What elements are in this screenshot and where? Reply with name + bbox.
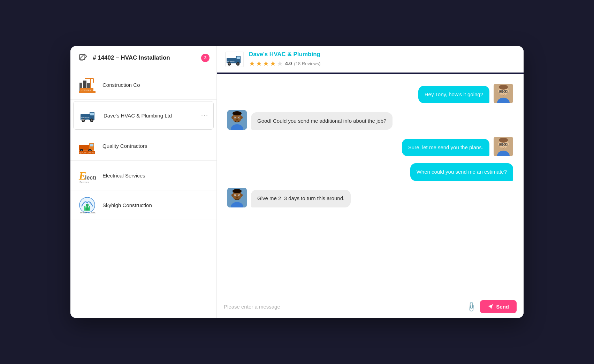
contractor-list: CONSTRUCTION CO Construction Co: [70, 70, 216, 318]
message-input[interactable]: [224, 304, 463, 310]
svg-point-55: [499, 85, 508, 90]
contractor-logo-hvac: PLUMBING BROTHERS: [78, 106, 98, 125]
svg-rect-24: [90, 144, 93, 146]
svg-point-72: [239, 117, 240, 118]
star-5: ★: [277, 59, 283, 68]
contractor-logo-electrical: E lectrical Services: [77, 166, 97, 185]
panel-title: # 14402 – HVAC Installation: [93, 54, 170, 61]
avatar-contractor-2: [227, 188, 247, 207]
right-panel: PLUMBING BROTHERS Dave's HVAC & Plumbing…: [217, 46, 524, 318]
rating-row: ★ ★ ★ ★ ★ 4.0 (18 Reviews): [249, 59, 320, 68]
contractor-name-electrical: Electrical Services: [102, 173, 145, 179]
svg-point-26: [81, 150, 82, 151]
svg-point-68: [241, 116, 243, 119]
send-label: Send: [496, 304, 509, 310]
star-1: ★: [249, 59, 255, 68]
svg-point-61: [500, 91, 502, 92]
avatar-contractor-1: [227, 110, 247, 130]
contractor-logo-skyhigh: SKYHIGH CLEANING: [77, 195, 97, 215]
attachment-icon[interactable]: 📎: [465, 301, 478, 313]
contractor-name-skyhigh: Skyhigh Construction: [102, 202, 152, 208]
star-rating: ★ ★ ★ ★ ★: [249, 59, 283, 68]
send-button[interactable]: Send: [480, 300, 517, 313]
svg-point-63: [503, 93, 504, 94]
chat-company-logo: PLUMBING BROTHERS: [225, 52, 244, 67]
svg-text:QUALITY CONTRACTORS: QUALITY CONTRACTORS: [79, 152, 96, 154]
svg-point-49: [237, 63, 239, 65]
message-row-5: Give me 2–3 days to turn this around.: [227, 188, 513, 207]
svg-point-89: [231, 194, 234, 197]
svg-point-83: [500, 144, 502, 145]
svg-text:PLUMBING: PLUMBING: [227, 61, 235, 62]
chat-header: PLUMBING BROTHERS Dave's HVAC & Plumbing…: [217, 46, 524, 74]
contractor-item-quality[interactable]: QUALITY CONTRACTORS Quality Contractors: [70, 131, 216, 161]
svg-point-93: [235, 195, 236, 196]
svg-point-85: [503, 146, 504, 147]
contractor-name-quality: Quality Contractors: [102, 143, 147, 149]
chat-company-info: Dave's HVAC & Plumbing ★ ★ ★ ★ ★ 4.0 (18…: [249, 51, 320, 68]
message-bubble-4: When could you send me an estimate?: [410, 163, 513, 181]
svg-point-62: [505, 91, 506, 92]
messages-area: Hey Tony, how's it going?: [217, 74, 524, 295]
svg-point-84: [505, 144, 506, 145]
message-bubble-1: Hey Tony, how's it going?: [418, 86, 489, 104]
message-row-2: Good! Could you send me additional info …: [227, 110, 513, 130]
svg-point-28: [89, 150, 91, 151]
svg-text:SKYHIGH CLEANING: SKYHIGH CLEANING: [80, 212, 96, 214]
avatar-user-1: [494, 84, 513, 103]
svg-rect-18: [90, 113, 94, 115]
notification-badge: 3: [201, 54, 210, 62]
contractor-logo-construction: CONSTRUCTION CO: [77, 75, 97, 94]
star-3: ★: [263, 59, 269, 68]
edit-icon: [77, 52, 89, 63]
contractor-logo-quality: QUALITY CONTRACTORS: [77, 136, 97, 156]
message-row-3: Sure, let me send you the plans.: [227, 137, 513, 156]
svg-point-66: [233, 111, 242, 115]
svg-point-74: [234, 120, 240, 122]
message-row-1: Hey Tony, how's it going?: [227, 84, 513, 103]
contractor-item-construction-co[interactable]: CONSTRUCTION CO Construction Co: [70, 70, 216, 100]
message-row-4: When could you send me an estimate?: [227, 163, 513, 181]
header-left: # 14402 – HVAC Installation: [77, 52, 170, 63]
svg-text:BROTHERS: BROTHERS: [227, 63, 235, 64]
more-options-button[interactable]: ···: [201, 112, 208, 119]
svg-text:lectrical: lectrical: [85, 175, 96, 181]
svg-point-90: [241, 194, 243, 197]
svg-rect-41: [88, 206, 89, 207]
star-2: ★: [256, 59, 262, 68]
reviews-count: (18 Reviews): [294, 61, 320, 66]
message-bubble-5: Give me 2–3 days to turn this around.: [251, 190, 351, 207]
star-4: ★: [270, 59, 276, 68]
panel-header: # 14402 – HVAC Installation 3: [70, 46, 216, 70]
svg-point-77: [499, 138, 508, 143]
contractor-name-hvac: Dave's HVAC & Plumbing Ltd: [104, 113, 172, 119]
contractor-item-daves-hvac[interactable]: PLUMBING BROTHERS Dave's HVAC & Plumbing…: [73, 101, 214, 130]
svg-point-88: [233, 189, 242, 193]
svg-point-94: [239, 195, 240, 196]
input-area: 📎 Send: [217, 295, 524, 318]
svg-text:CONSTRUCTION CO: CONSTRUCTION CO: [82, 89, 96, 91]
contractor-name-construction: Construction Co: [102, 82, 140, 88]
chat-company-name: Dave's HVAC & Plumbing: [249, 51, 320, 58]
contractor-item-skyhigh[interactable]: SKYHIGH CLEANING Skyhigh Construction: [70, 190, 216, 220]
svg-point-71: [235, 117, 236, 118]
svg-rect-40: [85, 206, 86, 207]
avatar-user-2: [494, 137, 513, 156]
left-panel: # 14402 – HVAC Installation 3: [70, 46, 217, 318]
svg-point-67: [231, 116, 234, 119]
contractor-item-electrical[interactable]: E lectrical Services Electrical Services: [70, 161, 216, 190]
send-icon: [488, 304, 493, 310]
svg-text:Services: Services: [79, 181, 89, 183]
message-bubble-3: Sure, let me send you the plans.: [402, 139, 489, 157]
svg-point-17: [91, 120, 93, 121]
svg-rect-50: [237, 56, 240, 59]
svg-text:BROTHERS: BROTHERS: [81, 119, 89, 121]
rating-value: 4.0: [285, 61, 292, 66]
message-bubble-2: Good! Could you send me additional info …: [251, 112, 393, 130]
svg-text:PLUMBING: PLUMBING: [81, 116, 90, 119]
app-container: # 14402 – HVAC Installation 3: [70, 46, 524, 318]
svg-point-96: [234, 198, 240, 200]
